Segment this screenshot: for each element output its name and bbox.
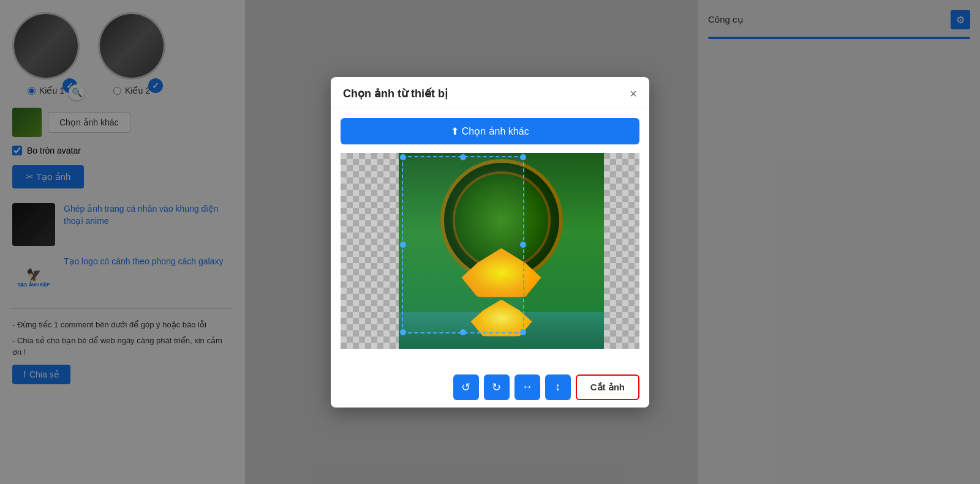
modal-footer: ↺ ↻ ↔ ↕ Cắt ảnh: [331, 367, 649, 408]
upload-button[interactable]: ⬆ Chọn ảnh khác: [341, 118, 639, 144]
crop-area[interactable]: [341, 153, 639, 349]
rotate-left-button[interactable]: ↺: [453, 374, 479, 400]
modal-overlay: Chọn ảnh từ thiết bị × ⬆ Chọn ảnh khác: [0, 0, 980, 484]
modal-dialog: Chọn ảnh từ thiết bị × ⬆ Chọn ảnh khác: [331, 77, 649, 408]
rotate-right-icon: ↻: [492, 381, 501, 394]
rotate-left-icon: ↺: [461, 381, 470, 394]
modal-close-button[interactable]: ×: [630, 87, 637, 100]
modal-header: Chọn ảnh từ thiết bị ×: [331, 77, 649, 108]
flip-horizontal-button[interactable]: ↔: [514, 374, 540, 400]
flip-h-icon: ↔: [522, 381, 533, 393]
modal-body: ⬆ Chọn ảnh khác: [331, 108, 649, 367]
lotus-big: [462, 248, 541, 297]
lotus-small: [471, 300, 532, 337]
background-page: ✓ 🔍 Kiểu 1 ✓ Kiểu 2 Chọn ả: [0, 0, 980, 484]
rotate-right-button[interactable]: ↻: [484, 374, 510, 400]
cut-image-button[interactable]: Cắt ảnh: [576, 374, 639, 400]
flip-vertical-button[interactable]: ↕: [545, 374, 571, 400]
lotus-flowers: [440, 248, 563, 337]
modal-title: Chọn ảnh từ thiết bị: [343, 87, 448, 100]
lotus-image-area: [399, 153, 604, 349]
flip-v-icon: ↕: [555, 381, 560, 393]
